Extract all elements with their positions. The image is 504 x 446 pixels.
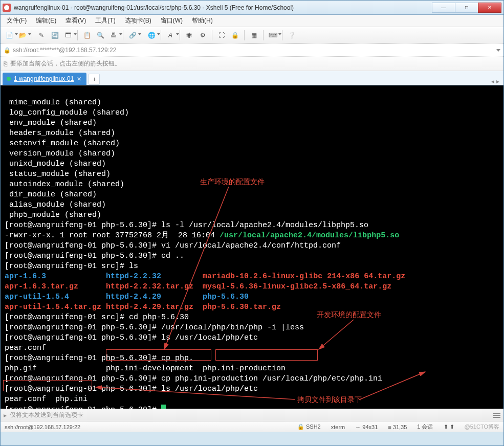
refresh-button[interactable]: 🔄 (49, 30, 60, 41)
menu-tab[interactable]: 选项卡(B) (122, 15, 155, 27)
toolbar: 📄 📂 ✎ 🔄 🗔 📋 🔍 🖶 🔗 🌐 A 🕷 ⚙ ⛶ 🔒 ▦ ⌨ ❔ (1, 27, 503, 43)
fit-button[interactable]: ⛶ (216, 30, 227, 41)
status-s4: ≡ 31,35 (388, 424, 407, 430)
link-button[interactable]: 🔗 (127, 30, 138, 41)
new-session-button[interactable]: 📄 (4, 30, 15, 41)
globe-button[interactable]: 🌐 (146, 30, 157, 41)
menu-file[interactable]: 文件(F) (4, 15, 30, 27)
send-icon: ▸ (4, 412, 7, 419)
address-dropdown-icon[interactable] (496, 49, 500, 52)
menu-bar: 文件(F) 编辑(E) 查看(V) 工具(T) 选项卡(B) 窗口(W) 帮助(… (1, 15, 503, 27)
copy-button[interactable]: 📋 (81, 30, 93, 41)
hint-icon: ⎘ (4, 60, 7, 68)
menu-edit[interactable]: 编辑(E) (33, 15, 59, 27)
print-button[interactable]: 🖶 (108, 30, 119, 41)
bug-button[interactable]: 🕷 (184, 30, 195, 41)
keyboard-button[interactable]: ⌨ (267, 30, 278, 41)
wand-button[interactable]: ✎ (36, 30, 47, 41)
maximize-button[interactable]: □ (455, 3, 478, 13)
address-text: ssh://root:********@192.168.57.129:22 (13, 47, 116, 54)
font-button[interactable]: A (165, 30, 176, 41)
hint-text: 要添加当前会话，点击左侧的箭头按钮。 (10, 59, 121, 68)
send-text: 仅将文本发送到当前选项卡 (10, 411, 83, 419)
grid-button[interactable]: ▦ (248, 30, 259, 41)
status-s1: 🔒 SSH2 (297, 423, 321, 430)
status-s3: ↔ 94x31 (355, 424, 378, 430)
lock-button[interactable]: 🔒 (229, 30, 240, 41)
menu-view[interactable]: 查看(V) (62, 15, 89, 27)
status-up-icon: ⬆ ⬆ (444, 423, 454, 430)
help-button[interactable]: ❔ (286, 30, 297, 41)
tab-label: 1 wangruifenglinux-01 (14, 75, 74, 82)
bug2-button[interactable]: ⚙ (197, 30, 208, 41)
window-titlebar: wangruifenglinux-01 - root@wangruifeng-0… (1, 1, 503, 15)
session-tab[interactable]: 1 wangruifenglinux-01 ✕ (3, 73, 86, 85)
address-bar[interactable]: 🔒 ssh://root:********@192.168.57.129:22 (1, 43, 503, 57)
tab-close-icon[interactable]: ✕ (77, 76, 81, 82)
status-dot-icon (7, 77, 11, 81)
status-bar: ssh://root@192.168.57.129:22 🔒 SSH2 xter… (1, 421, 503, 432)
send-menu-icon[interactable] (493, 413, 500, 418)
find-button[interactable]: 🔍 (95, 30, 106, 41)
send-bar[interactable]: ▸ 仅将文本发送到当前选项卡 (1, 409, 503, 421)
tab-prev-icon[interactable]: ◂ (491, 78, 494, 85)
watermark: @51CTO博客 (465, 423, 499, 431)
window-title: wangruifenglinux-01 - root@wangruifeng-0… (14, 4, 432, 11)
hint-bar: ⎘ 要添加当前会话，点击左侧的箭头按钮。 (1, 57, 503, 71)
tab-add-button[interactable]: + (89, 74, 100, 85)
status-s2: xterm (331, 424, 345, 430)
open-session-button[interactable]: 📂 (17, 30, 28, 41)
menu-window[interactable]: 窗口(W) (158, 15, 186, 27)
tab-next-icon[interactable]: ▸ (496, 78, 499, 85)
terminal-output[interactable]: mime_module (shared) log_config_module (… (1, 85, 503, 409)
props-button[interactable]: 🗔 (62, 30, 74, 41)
menu-help[interactable]: 帮助(H) (189, 15, 216, 27)
lock-icon: 🔒 (4, 47, 11, 54)
status-s5: 1 会话 (417, 423, 433, 431)
terminal-cursor (161, 405, 166, 409)
close-button[interactable]: ✕ (478, 3, 501, 13)
status-ssh: ssh://root@192.168.57.129:22 (5, 424, 80, 430)
menu-tools[interactable]: 工具(T) (92, 15, 118, 27)
tab-strip: 1 wangruifenglinux-01 ✕ + ◂ ▸ (1, 71, 503, 85)
minimize-button[interactable]: — (432, 3, 455, 13)
app-icon (3, 4, 11, 12)
